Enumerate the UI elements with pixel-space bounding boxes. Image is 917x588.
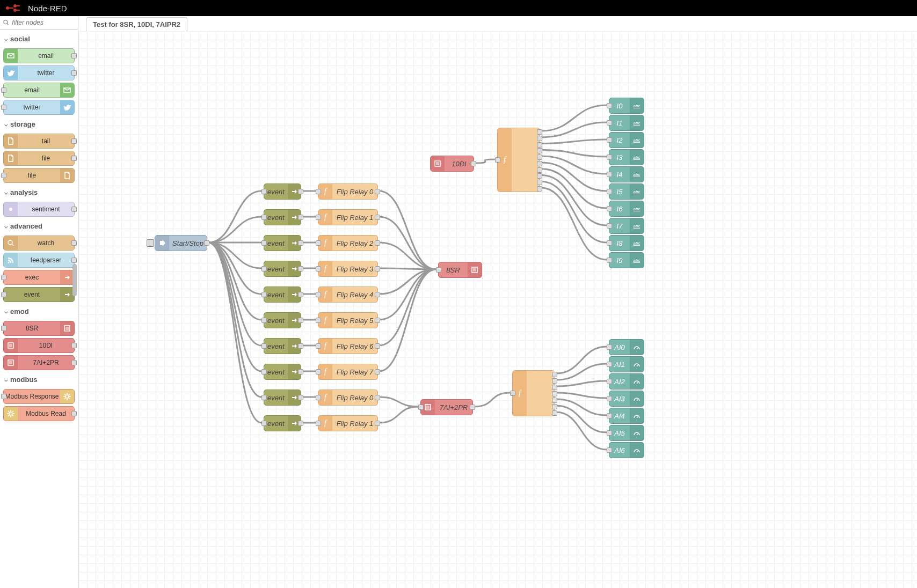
palette-node-Modbus-Response[interactable]: Modbus Response [3,389,75,404]
debug-digital-2[interactable]: I2abc [609,132,644,148]
palette-sidebar: socialemailtwitteremailtwitterstoragetai… [0,16,78,588]
palette-node-10DI[interactable]: 10DI [3,338,75,353]
event-node-4[interactable]: event [264,286,301,303]
node-label: Flip Relay 5 [332,317,377,325]
10di-node[interactable]: 10DI [430,156,474,172]
palette-node-7AI-2PR[interactable]: 7AI+2PR [3,355,75,370]
category-analysis[interactable]: analysis [3,185,75,200]
palette-node-twitter[interactable]: twitter [3,100,75,115]
8sr-node[interactable]: 8SR [438,262,482,278]
node-label: I3 [609,153,630,161]
mod-icon [468,262,482,277]
flip-node-0[interactable]: fFlip Relay 0 [318,183,378,200]
svg-text:f: f [324,367,328,376]
category-social[interactable]: social [3,32,75,46]
svg-text:f: f [324,316,328,324]
debug-analog-1[interactable]: AI1 [609,356,644,372]
debug-digital-4[interactable]: I4abc [609,166,644,182]
inject-button[interactable] [147,239,154,247]
event-node-1[interactable]: event [264,209,301,225]
svg-text:f: f [324,342,328,350]
mod-icon [4,356,18,370]
flip-node-6[interactable]: fFlip Relay 6 [318,338,378,354]
event-node-5[interactable]: event [264,312,301,328]
category-modbus[interactable]: modbus [3,372,75,387]
debug-digital-7[interactable]: I7abc [609,218,644,234]
palette-node-event[interactable]: event [3,287,75,302]
flip-node-4[interactable]: fFlip Relay 4 [318,286,378,303]
flip-node-7[interactable]: fFlip Relay 7 [318,364,378,380]
node-label: I5 [609,188,630,196]
abc-icon: abc [630,133,644,148]
node-label: event [264,420,288,428]
abc-icon: abc [630,253,644,268]
inject-node[interactable]: Start/Stop [155,235,207,251]
debug-analog-0[interactable]: AI0 [609,339,644,355]
function-split-7[interactable]: f [512,370,555,416]
debug-digital-3[interactable]: I3abc [609,149,644,165]
debug-digital-5[interactable]: I5abc [609,183,644,200]
7ai2pr-node[interactable]: 7AI+2PR [420,399,473,415]
function-split-10[interactable]: f [497,128,540,192]
debug-analog-6[interactable]: AI6 [609,442,644,458]
node-label: event [264,239,288,247]
scrollbar-thumb[interactable] [72,264,77,296]
node-label: AI6 [609,446,630,454]
palette-node-exec[interactable]: exec [3,270,75,285]
inj-icon [155,236,169,251]
palette-node-8SR[interactable]: 8SR [3,321,75,336]
event-node-8[interactable]: event [264,389,301,406]
debug-digital-1[interactable]: I1abc [609,115,644,131]
debug-digital-9[interactable]: I9abc [609,252,644,268]
gauge-icon [630,408,644,423]
debug-analog-5[interactable]: AI5 [609,425,644,441]
debug-digital-0[interactable]: I0abc [609,98,644,114]
node-label: Start/Stop [169,239,207,247]
flip-node-2[interactable]: fFlip Relay 2 [318,235,378,251]
category-emod[interactable]: emod [3,304,75,319]
palette-node-tail[interactable]: tail [3,134,75,149]
palette-node-Modbus-Read[interactable]: Modbus Read [3,406,75,421]
filter-input[interactable] [11,18,75,27]
node-label: Flip Relay 4 [332,291,377,299]
flip-node-9[interactable]: fFlip Relay 1 [318,415,378,431]
node-label: I2 [609,136,630,144]
event-node-9[interactable]: event [264,415,301,431]
category-advanced[interactable]: advanced [3,219,75,233]
debug-digital-6[interactable]: I6abc [609,201,644,217]
debug-analog-3[interactable]: AI3 [609,391,644,407]
bird-icon [60,100,74,114]
flow-canvas[interactable]: Start/StopeventfFlip Relay 0eventfFlip R… [78,31,917,588]
event-node-2[interactable]: event [264,235,301,251]
palette-node-sentiment[interactable]: sentiment [3,202,75,217]
debug-analog-4[interactable]: AI4 [609,408,644,424]
event-node-6[interactable]: event [264,338,301,354]
event-node-0[interactable]: event [264,183,301,200]
flip-node-5[interactable]: fFlip Relay 5 [318,312,378,328]
palette-node-watch[interactable]: watch [3,236,75,251]
palette-node-file[interactable]: file [3,168,75,183]
debug-analog-2[interactable]: AI2 [609,373,644,389]
palette-node-email[interactable]: email [3,48,75,63]
category-storage[interactable]: storage [3,117,75,131]
tab-flow[interactable]: Test for 8SR, 10DI, 7AIPR2 [86,17,187,31]
file-icon [4,151,18,165]
flip-node-1[interactable]: fFlip Relay 1 [318,209,378,225]
search-icon [3,19,9,26]
palette-node-file[interactable]: file [3,151,75,166]
palette-node-feedparser[interactable]: feedparser [3,253,75,268]
event-node-3[interactable]: event [264,261,301,277]
palette-content[interactable]: socialemailtwitteremailtwitterstoragetai… [0,30,78,588]
abc-icon: abc [630,236,644,251]
palette-node-twitter[interactable]: twitter [3,65,75,80]
mail-icon [60,83,74,97]
flip-node-8[interactable]: fFlip Relay 0 [318,389,378,406]
node-label: Flip Relay 1 [332,214,377,222]
debug-digital-8[interactable]: I8abc [609,235,644,251]
event-node-7[interactable]: event [264,364,301,380]
palette-node-email[interactable]: email [3,83,75,98]
flip-node-3[interactable]: fFlip Relay 3 [318,261,378,277]
node-label: Flip Relay 1 [332,420,377,428]
node-label: Flip Relay 6 [332,342,377,350]
svg-text:f: f [324,213,328,221]
